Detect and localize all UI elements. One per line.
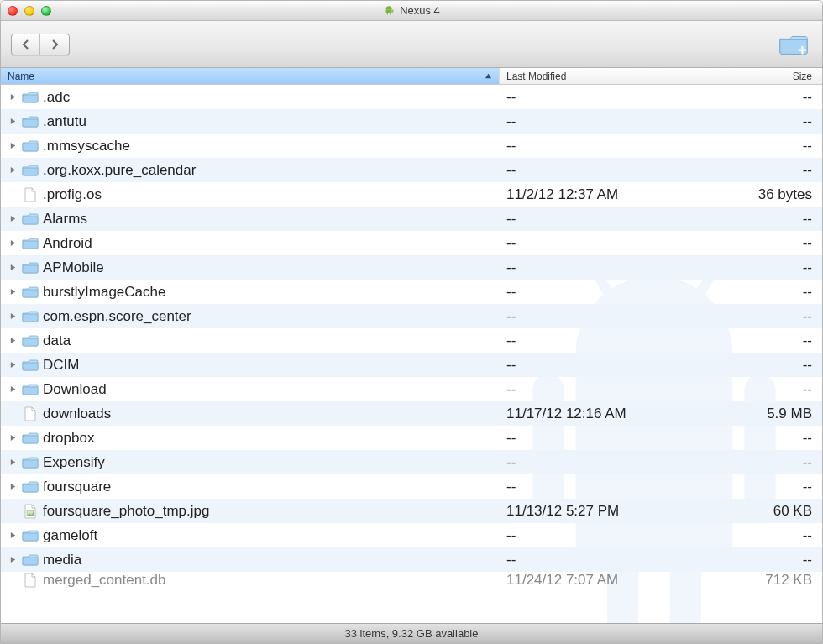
- folder-icon: [21, 261, 39, 275]
- item-name: foursquare: [43, 479, 111, 495]
- table-row[interactable]: .mmsyscache----: [1, 134, 822, 158]
- item-name: .org.koxx.pure_calendar: [43, 162, 196, 179]
- item-name: DCIM: [43, 357, 79, 374]
- folder-icon: [21, 383, 39, 396]
- disclosure-triangle-icon[interactable]: [8, 361, 18, 369]
- table-row[interactable]: foursquare----: [1, 474, 822, 499]
- svg-rect-2: [386, 9, 392, 13]
- item-modified: --: [500, 552, 726, 568]
- item-name: Download: [43, 381, 107, 398]
- item-size: 5.9 MB: [726, 406, 822, 422]
- forward-button[interactable]: [40, 34, 69, 55]
- item-name: merged_content.db: [43, 572, 166, 589]
- folder-icon: [21, 529, 39, 542]
- item-size: --: [726, 138, 822, 154]
- column-header-size[interactable]: Size: [726, 68, 822, 84]
- item-modified: --: [500, 332, 726, 349]
- column-header-name-label: Name: [8, 71, 34, 82]
- item-size: --: [726, 454, 822, 471]
- item-modified: --: [500, 259, 726, 276]
- disclosure-triangle-icon[interactable]: [8, 483, 18, 490]
- folder-icon: [21, 456, 39, 469]
- close-button[interactable]: [8, 6, 18, 16]
- folder-icon: [21, 139, 39, 153]
- item-modified: --: [500, 162, 726, 179]
- column-header-modified-label: Last Modified: [506, 71, 566, 82]
- titlebar[interactable]: Nexus 4: [1, 1, 822, 21]
- item-name: media: [43, 552, 81, 568]
- item-size: --: [726, 162, 822, 179]
- disclosure-triangle-icon[interactable]: [8, 337, 18, 344]
- disclosure-triangle-icon[interactable]: [8, 93, 18, 101]
- folder-icon: [21, 480, 39, 494]
- folder-icon: [21, 91, 39, 104]
- table-row[interactable]: foursquare_photo_tmp.jpg11/13/12 5:27 PM…: [1, 499, 822, 523]
- item-name: .adc: [43, 89, 70, 106]
- minimize-button[interactable]: [24, 6, 34, 16]
- table-row[interactable]: downloads11/17/12 12:16 AM5.9 MB: [1, 401, 822, 426]
- new-folder-button[interactable]: [775, 31, 812, 58]
- table-row[interactable]: Android----: [1, 231, 822, 255]
- table-row[interactable]: merged_content.db11/24/12 7:07 AM712 KB: [1, 572, 822, 589]
- table-row[interactable]: DCIM----: [1, 353, 822, 377]
- table-row[interactable]: dropbox----: [1, 426, 822, 450]
- file-icon: [21, 187, 39, 202]
- folder-icon: [21, 164, 39, 177]
- item-modified: 11/2/12 12:37 AM: [500, 186, 726, 203]
- folder-icon: [21, 285, 39, 299]
- disclosure-triangle-icon[interactable]: [8, 264, 18, 271]
- folder-icon: [21, 553, 39, 567]
- folder-icon: [21, 359, 39, 372]
- item-size: --: [726, 381, 822, 398]
- item-size: --: [726, 357, 822, 374]
- item-modified: 11/17/12 12:16 AM: [500, 406, 726, 422]
- disclosure-triangle-icon[interactable]: [8, 239, 18, 247]
- table-row[interactable]: gameloft----: [1, 523, 822, 547]
- zoom-button[interactable]: [41, 6, 51, 16]
- disclosure-triangle-icon[interactable]: [8, 434, 18, 442]
- column-header-modified[interactable]: Last Modified: [500, 68, 726, 84]
- table-row[interactable]: data----: [1, 328, 822, 353]
- item-name: Android: [43, 235, 92, 252]
- traffic-lights: [8, 6, 51, 16]
- table-row[interactable]: .antutu----: [1, 109, 822, 134]
- file-icon: [21, 573, 39, 588]
- table-row[interactable]: Download----: [1, 377, 822, 401]
- column-headers: Name Last Modified Size: [1, 68, 822, 85]
- table-row[interactable]: APMobile----: [1, 255, 822, 280]
- item-modified: --: [500, 211, 726, 228]
- back-button[interactable]: [12, 34, 40, 55]
- disclosure-triangle-icon[interactable]: [8, 215, 18, 223]
- table-row[interactable]: Alarms----: [1, 207, 822, 231]
- item-modified: --: [500, 284, 726, 301]
- disclosure-triangle-icon[interactable]: [8, 458, 18, 466]
- disclosure-triangle-icon[interactable]: [8, 531, 18, 539]
- table-row[interactable]: .org.koxx.pure_calendar----: [1, 158, 822, 182]
- file-list[interactable]: .adc----.antutu----.mmsyscache----.org.k…: [1, 85, 822, 623]
- disclosure-triangle-icon[interactable]: [8, 118, 18, 125]
- item-name: .antutu: [43, 113, 86, 130]
- item-name: .mmsyscache: [43, 138, 130, 154]
- disclosure-triangle-icon[interactable]: [8, 385, 18, 393]
- item-modified: --: [500, 454, 726, 471]
- item-modified: --: [500, 357, 726, 374]
- item-size: --: [726, 332, 822, 349]
- svg-rect-4: [392, 9, 393, 13]
- item-size: --: [726, 235, 822, 252]
- svg-rect-6: [390, 13, 391, 14]
- svg-rect-3: [385, 9, 385, 13]
- disclosure-triangle-icon[interactable]: [8, 142, 18, 149]
- disclosure-triangle-icon[interactable]: [8, 166, 18, 174]
- disclosure-triangle-icon[interactable]: [8, 288, 18, 296]
- table-row[interactable]: .profig.os11/2/12 12:37 AM36 bytes: [1, 182, 822, 207]
- item-name: foursquare_photo_tmp.jpg: [43, 503, 209, 520]
- item-name: burstlyImageCache: [43, 284, 165, 301]
- table-row[interactable]: Expensify----: [1, 450, 822, 474]
- table-row[interactable]: burstlyImageCache----: [1, 280, 822, 304]
- column-header-name[interactable]: Name: [1, 68, 500, 84]
- table-row[interactable]: com.espn.score_center----: [1, 304, 822, 328]
- disclosure-triangle-icon[interactable]: [8, 556, 18, 563]
- disclosure-triangle-icon[interactable]: [8, 312, 18, 320]
- table-row[interactable]: media----: [1, 547, 822, 572]
- table-row[interactable]: .adc----: [1, 85, 822, 109]
